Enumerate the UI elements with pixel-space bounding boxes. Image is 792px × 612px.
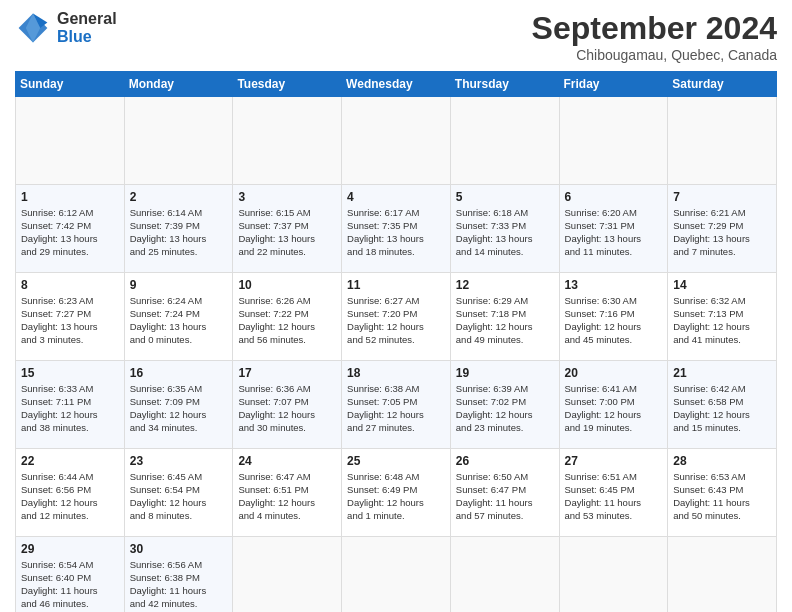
day-info-line: Daylight: 12 hours xyxy=(130,409,228,422)
day-info-line: Sunrise: 6:42 AM xyxy=(673,383,771,396)
day-info-line: and 22 minutes. xyxy=(238,246,336,259)
day-info-line: Sunrise: 6:15 AM xyxy=(238,207,336,220)
day-info-line: and 4 minutes. xyxy=(238,510,336,523)
day-number: 17 xyxy=(238,365,336,381)
logo-blue-text: Blue xyxy=(57,28,117,46)
day-number: 19 xyxy=(456,365,554,381)
calendar-cell: 5Sunrise: 6:18 AMSunset: 7:33 PMDaylight… xyxy=(450,185,559,273)
day-info-line: Daylight: 12 hours xyxy=(347,497,445,510)
calendar-cell: 10Sunrise: 6:26 AMSunset: 7:22 PMDayligh… xyxy=(233,273,342,361)
day-info-line: Sunrise: 6:20 AM xyxy=(565,207,663,220)
day-info-line: Daylight: 12 hours xyxy=(565,321,663,334)
day-number: 21 xyxy=(673,365,771,381)
month-title: September 2024 xyxy=(532,10,777,47)
calendar-cell: 6Sunrise: 6:20 AMSunset: 7:31 PMDaylight… xyxy=(559,185,668,273)
day-info-line: Sunrise: 6:23 AM xyxy=(21,295,119,308)
day-number: 26 xyxy=(456,453,554,469)
day-info-line: and 53 minutes. xyxy=(565,510,663,523)
day-info-line: and 50 minutes. xyxy=(673,510,771,523)
logo: General Blue xyxy=(15,10,117,46)
day-info-line: Daylight: 11 hours xyxy=(130,585,228,598)
calendar-cell: 20Sunrise: 6:41 AMSunset: 7:00 PMDayligh… xyxy=(559,361,668,449)
day-number: 28 xyxy=(673,453,771,469)
calendar-cell: 23Sunrise: 6:45 AMSunset: 6:54 PMDayligh… xyxy=(124,449,233,537)
calendar-cell: 22Sunrise: 6:44 AMSunset: 6:56 PMDayligh… xyxy=(16,449,125,537)
day-info-line: and 19 minutes. xyxy=(565,422,663,435)
calendar-cell: 11Sunrise: 6:27 AMSunset: 7:20 PMDayligh… xyxy=(342,273,451,361)
day-info-line: Daylight: 13 hours xyxy=(130,321,228,334)
day-info-line: Sunset: 6:47 PM xyxy=(456,484,554,497)
calendar-cell: 30Sunrise: 6:56 AMSunset: 6:38 PMDayligh… xyxy=(124,537,233,613)
day-info-line: and 56 minutes. xyxy=(238,334,336,347)
day-info-line: Daylight: 13 hours xyxy=(238,233,336,246)
day-info-line: and 46 minutes. xyxy=(21,598,119,611)
calendar-cell: 16Sunrise: 6:35 AMSunset: 7:09 PMDayligh… xyxy=(124,361,233,449)
day-info-line: Sunset: 7:11 PM xyxy=(21,396,119,409)
day-info-line: Sunrise: 6:18 AM xyxy=(456,207,554,220)
day-info-line: Daylight: 12 hours xyxy=(673,321,771,334)
header: General Blue September 2024 Chibougamau,… xyxy=(15,10,777,63)
day-info-line: Daylight: 13 hours xyxy=(21,321,119,334)
calendar-day-header: Wednesday xyxy=(342,72,451,97)
day-number: 15 xyxy=(21,365,119,381)
day-info-line: and 23 minutes. xyxy=(456,422,554,435)
calendar-cell: 26Sunrise: 6:50 AMSunset: 6:47 PMDayligh… xyxy=(450,449,559,537)
day-number: 22 xyxy=(21,453,119,469)
calendar-cell: 25Sunrise: 6:48 AMSunset: 6:49 PMDayligh… xyxy=(342,449,451,537)
day-info-line: Sunset: 6:51 PM xyxy=(238,484,336,497)
day-number: 12 xyxy=(456,277,554,293)
calendar-cell xyxy=(450,97,559,185)
day-info-line: and 11 minutes. xyxy=(565,246,663,259)
day-info-line: and 38 minutes. xyxy=(21,422,119,435)
title-block: September 2024 Chibougamau, Quebec, Cana… xyxy=(532,10,777,63)
day-info-line: Sunset: 7:24 PM xyxy=(130,308,228,321)
calendar-cell: 24Sunrise: 6:47 AMSunset: 6:51 PMDayligh… xyxy=(233,449,342,537)
day-info-line: Sunset: 7:07 PM xyxy=(238,396,336,409)
day-info-line: Sunrise: 6:56 AM xyxy=(130,559,228,572)
day-info-line: and 27 minutes. xyxy=(347,422,445,435)
day-info-line: and 3 minutes. xyxy=(21,334,119,347)
day-info-line: Sunset: 6:54 PM xyxy=(130,484,228,497)
calendar-week-row: 29Sunrise: 6:54 AMSunset: 6:40 PMDayligh… xyxy=(16,537,777,613)
day-info-line: Sunset: 7:02 PM xyxy=(456,396,554,409)
day-info-line: Sunrise: 6:26 AM xyxy=(238,295,336,308)
calendar-cell xyxy=(233,537,342,613)
day-info-line: Daylight: 12 hours xyxy=(456,321,554,334)
day-info-line: Sunset: 7:22 PM xyxy=(238,308,336,321)
day-number: 10 xyxy=(238,277,336,293)
day-info-line: and 57 minutes. xyxy=(456,510,554,523)
calendar-week-row: 22Sunrise: 6:44 AMSunset: 6:56 PMDayligh… xyxy=(16,449,777,537)
calendar-cell xyxy=(124,97,233,185)
day-info-line: Sunrise: 6:38 AM xyxy=(347,383,445,396)
logo-icon xyxy=(15,10,51,46)
calendar-cell: 17Sunrise: 6:36 AMSunset: 7:07 PMDayligh… xyxy=(233,361,342,449)
day-info-line: Sunset: 7:18 PM xyxy=(456,308,554,321)
calendar-day-header: Saturday xyxy=(668,72,777,97)
day-number: 11 xyxy=(347,277,445,293)
day-info-line: Sunrise: 6:32 AM xyxy=(673,295,771,308)
day-info-line: Sunrise: 6:47 AM xyxy=(238,471,336,484)
day-number: 3 xyxy=(238,189,336,205)
calendar-day-header: Thursday xyxy=(450,72,559,97)
day-number: 13 xyxy=(565,277,663,293)
calendar-cell xyxy=(668,537,777,613)
calendar-day-header: Monday xyxy=(124,72,233,97)
day-info-line: Daylight: 11 hours xyxy=(565,497,663,510)
day-info-line: Daylight: 11 hours xyxy=(456,497,554,510)
day-number: 25 xyxy=(347,453,445,469)
calendar-cell: 1Sunrise: 6:12 AMSunset: 7:42 PMDaylight… xyxy=(16,185,125,273)
day-info-line: and 29 minutes. xyxy=(21,246,119,259)
calendar-cell: 18Sunrise: 6:38 AMSunset: 7:05 PMDayligh… xyxy=(342,361,451,449)
day-info-line: Sunset: 7:42 PM xyxy=(21,220,119,233)
day-info-line: Daylight: 12 hours xyxy=(673,409,771,422)
day-info-line: Sunset: 6:40 PM xyxy=(21,572,119,585)
day-info-line: and 15 minutes. xyxy=(673,422,771,435)
day-info-line: Daylight: 11 hours xyxy=(673,497,771,510)
day-number: 24 xyxy=(238,453,336,469)
day-info-line: Sunrise: 6:36 AM xyxy=(238,383,336,396)
day-info-line: Sunset: 7:37 PM xyxy=(238,220,336,233)
day-info-line: Sunset: 7:31 PM xyxy=(565,220,663,233)
day-info-line: and 45 minutes. xyxy=(565,334,663,347)
day-number: 5 xyxy=(456,189,554,205)
calendar-cell xyxy=(233,97,342,185)
